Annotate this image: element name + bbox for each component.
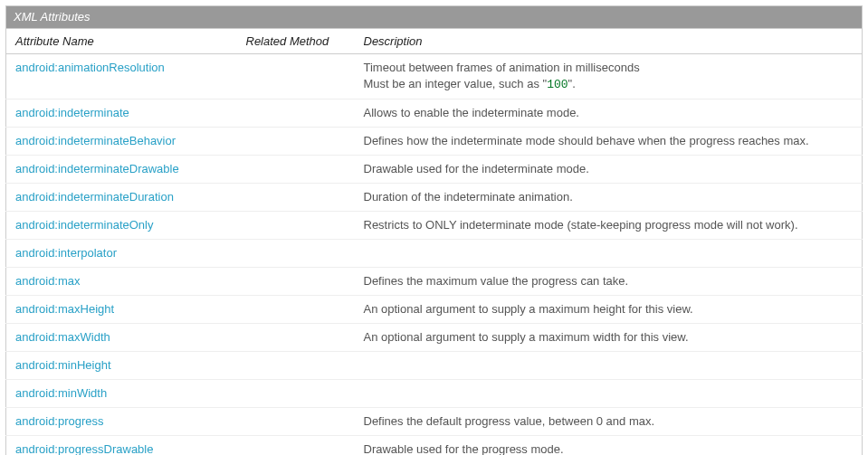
related-method-cell bbox=[237, 240, 355, 268]
table-row: android:maxDefines the maximum value the… bbox=[6, 268, 863, 296]
attribute-link[interactable]: android:indeterminate bbox=[15, 106, 129, 119]
description-text: ". bbox=[568, 77, 576, 90]
table-title: XML Attributes bbox=[6, 6, 863, 29]
related-method-cell bbox=[237, 184, 355, 212]
attribute-link[interactable]: android:minHeight bbox=[15, 358, 111, 372]
description-cell: Duration of the indeterminate animation. bbox=[355, 184, 863, 212]
col-description: Description bbox=[355, 29, 863, 54]
description-cell: Defines how the indeterminate mode shoul… bbox=[355, 128, 863, 156]
related-method-cell bbox=[237, 54, 355, 100]
attribute-link[interactable]: android:animationResolution bbox=[15, 61, 165, 74]
col-attribute-name: Attribute Name bbox=[6, 29, 237, 54]
attribute-link[interactable]: android:indeterminateDuration bbox=[15, 190, 174, 204]
description-cell: Defines the maximum value the progress c… bbox=[355, 268, 863, 296]
description-cell: Drawable used for the indeterminate mode… bbox=[355, 156, 863, 184]
related-method-cell bbox=[237, 352, 355, 380]
attribute-link[interactable]: android:maxWidth bbox=[15, 330, 110, 344]
description-cell: Drawable used for the progress mode. bbox=[355, 436, 863, 456]
table-row: android:indeterminateOnlyRestricts to ON… bbox=[6, 212, 863, 240]
related-method-cell bbox=[237, 128, 355, 156]
attribute-link[interactable]: android:max bbox=[15, 274, 81, 288]
description-cell bbox=[355, 380, 863, 408]
description-cell: Allows to enable the indeterminate mode. bbox=[355, 100, 863, 128]
description-cell: An optional argument to supply a maximum… bbox=[355, 324, 863, 352]
related-method-cell bbox=[237, 296, 355, 324]
table-row: android:progressDefines the default prog… bbox=[6, 408, 863, 436]
table-row: android:minWidth bbox=[6, 380, 863, 408]
table-row: android:indeterminateBehaviorDefines how… bbox=[6, 128, 863, 156]
table-row: android:maxHeightAn optional argument to… bbox=[6, 296, 863, 324]
attribute-link[interactable]: android:progressDrawable bbox=[15, 442, 153, 455]
attribute-link[interactable]: android:indeterminateOnly bbox=[15, 218, 153, 232]
table-row: android:animationResolutionTimeout betwe… bbox=[6, 54, 863, 100]
description-cell: Restricts to ONLY indeterminate mode (st… bbox=[355, 212, 863, 240]
xml-attributes-table: XML Attributes Attribute Name Related Me… bbox=[5, 5, 863, 455]
description-cell bbox=[355, 240, 863, 268]
attribute-link[interactable]: android:minWidth bbox=[15, 386, 107, 400]
attribute-link[interactable]: android:indeterminateBehavior bbox=[15, 134, 176, 147]
table-row: android:indeterminateDrawableDrawable us… bbox=[6, 156, 863, 184]
code-literal: 100 bbox=[547, 78, 568, 91]
table-row: android:indeterminateDurationDuration of… bbox=[6, 184, 863, 212]
related-method-cell bbox=[237, 408, 355, 436]
description-text: Timeout between frames of animation in m… bbox=[364, 61, 640, 90]
related-method-cell bbox=[237, 212, 355, 240]
attribute-link[interactable]: android:maxHeight bbox=[15, 302, 114, 316]
description-cell: An optional argument to supply a maximum… bbox=[355, 296, 863, 324]
table-row: android:progressDrawableDrawable used fo… bbox=[6, 436, 863, 456]
description-cell: Defines the default progress value, betw… bbox=[355, 408, 863, 436]
related-method-cell bbox=[237, 380, 355, 408]
table-row: android:maxWidthAn optional argument to … bbox=[6, 324, 863, 352]
description-cell bbox=[355, 352, 863, 380]
attribute-link[interactable]: android:progress bbox=[15, 414, 104, 428]
attribute-link[interactable]: android:interpolator bbox=[15, 246, 117, 260]
col-related-method: Related Method bbox=[237, 29, 355, 54]
related-method-cell bbox=[237, 436, 355, 456]
attribute-link[interactable]: android:indeterminateDrawable bbox=[15, 162, 179, 175]
description-cell: Timeout between frames of animation in m… bbox=[355, 54, 863, 100]
table-header-row: Attribute Name Related Method Descriptio… bbox=[6, 29, 863, 54]
related-method-cell bbox=[237, 156, 355, 184]
related-method-cell bbox=[237, 268, 355, 296]
related-method-cell bbox=[237, 324, 355, 352]
table-row: android:interpolator bbox=[6, 240, 863, 268]
table-row: android:minHeight bbox=[6, 352, 863, 380]
related-method-cell bbox=[237, 100, 355, 128]
table-row: android:indeterminateAllows to enable th… bbox=[6, 100, 863, 128]
